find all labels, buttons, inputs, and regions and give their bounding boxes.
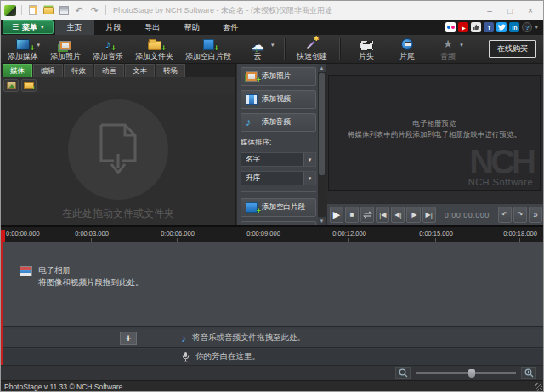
cloud-button[interactable]: ☁↓▾ 云 — [243, 37, 272, 62]
add-music-button[interactable]: ♪+ 添加音乐 — [93, 37, 123, 62]
add-audio-panel-button[interactable]: ♪ 添加音频 — [241, 113, 316, 132]
buy-online-button[interactable]: 在线购买 — [489, 40, 536, 58]
chevron-down-icon: ▾ — [41, 24, 44, 31]
add-photo-panel-button[interactable]: + 添加照片 — [241, 67, 316, 86]
redo-icon: ↷ — [90, 5, 98, 16]
tab-effects[interactable]: 特效 — [64, 64, 94, 77]
play-button[interactable]: ▶ — [330, 207, 343, 223]
expand-preview-button[interactable]: » — [529, 207, 542, 223]
tab-suite[interactable]: 套件 — [212, 20, 251, 35]
ruler-label: 0:00:15.000 — [419, 230, 453, 237]
redo-button[interactable]: ↷ — [88, 4, 100, 16]
minimize-button[interactable]: – — [480, 3, 499, 17]
loop-button[interactable] — [360, 207, 374, 223]
drop-circle — [68, 99, 168, 200]
album-track[interactable]: 电子相册 将图像和视频片段拖到此处。 — [1, 242, 543, 327]
tab-transitions[interactable]: 转场 — [156, 64, 185, 77]
chevron-down-icon[interactable]: ▾ — [535, 24, 538, 31]
magic-wand-icon — [306, 37, 319, 50]
media-drop-zone[interactable]: 在此处拖动文件或文件夹 — [1, 94, 235, 225]
file-drop-icon — [94, 123, 142, 176]
add-folder-button[interactable]: + 添加文件夹 — [135, 37, 173, 62]
narration-track-hint: 你的旁白在这里。 — [196, 351, 260, 362]
add-photo-button[interactable]: 添加照片 — [50, 37, 81, 62]
clip-actions-panel: + 添加照片 添加视频 ♪ 添加音频 媒体排序: 名字 ▾ 升序 — [237, 64, 326, 225]
slider-thumb[interactable] — [468, 369, 475, 378]
like-icon[interactable] — [471, 22, 481, 32]
tab-text[interactable]: 文本 — [125, 64, 155, 77]
tab-export[interactable]: 导出 — [133, 20, 173, 35]
scroll-up-icon[interactable]: ▲ — [318, 64, 326, 72]
redo-button-preview[interactable]: ↷ — [513, 207, 527, 223]
close-button[interactable]: × — [521, 3, 540, 17]
flickr-icon[interactable] — [445, 22, 456, 32]
sort-by-select[interactable]: 名字 ▾ — [241, 152, 316, 167]
zoom-out-button[interactable] — [395, 367, 411, 379]
narration-track[interactable]: 你的旁白在这里。 — [1, 349, 543, 365]
quick-create-button[interactable]: 快速创建 — [297, 37, 327, 62]
tab-media[interactable]: 媒体 — [3, 64, 32, 77]
add-blank-panel-button[interactable]: + 添加空白片段 — [241, 198, 316, 217]
open-project-button[interactable] — [42, 4, 54, 16]
add-media-button[interactable]: +▾ 添加媒体 — [8, 37, 38, 62]
media-mini-toolbar — [1, 77, 235, 94]
playhead-line[interactable] — [1, 242, 3, 365]
maximize-button[interactable]: □ — [501, 3, 519, 17]
add-blank-clip-button[interactable]: + 添加空白片段 — [185, 37, 231, 62]
tab-edit[interactable]: 编辑 — [33, 64, 63, 77]
music-track[interactable]: + ♪ 将音乐或音频文件拖拽至此处。 — [1, 329, 543, 348]
timeline-zoom-bar — [1, 365, 543, 380]
app-logo-icon[interactable] — [4, 5, 16, 16]
scrollbar-thumb[interactable] — [319, 73, 325, 175]
plus-icon: + — [214, 43, 219, 53]
plus-icon: + — [30, 43, 35, 53]
timeline-ruler[interactable]: 0:00:00.000 0:00:03.000 0:00:06.000 0:00… — [1, 225, 543, 242]
facebook-icon[interactable]: f — [484, 22, 494, 32]
folder-plus-icon — [24, 82, 34, 89]
panel-scrollbar[interactable]: ▲ ▼ — [318, 64, 326, 225]
menu-button[interactable]: ☰ 菜单 ▾ — [3, 20, 54, 34]
youtube-icon[interactable]: ▶ — [458, 22, 468, 32]
skip-start-button[interactable]: |◀ — [376, 207, 389, 223]
intro-button[interactable]: 片头 — [352, 37, 381, 62]
step-back-button[interactable]: ◀| — [391, 207, 405, 223]
sort-order-select[interactable]: 升序 ▾ — [241, 171, 316, 185]
add-video-panel-button[interactable]: 添加视频 — [241, 90, 316, 109]
tab-help[interactable]: 帮助 — [173, 20, 212, 35]
step-forward-button[interactable]: |▶ — [406, 207, 420, 223]
add-audio-track-button[interactable]: + — [120, 332, 137, 345]
timeline-zoom-slider[interactable] — [416, 367, 516, 379]
ruler-label: 0:00:12.000 — [332, 230, 366, 237]
linkedin-icon[interactable]: in — [509, 22, 519, 32]
add-image-file-button[interactable] — [3, 79, 19, 92]
tab-home[interactable]: 主页 — [55, 20, 94, 35]
add-video-panel-label: 添加视频 — [262, 94, 291, 105]
help-icon[interactable]: ? — [522, 22, 532, 32]
twitter-icon[interactable] — [496, 22, 507, 32]
add-folder-mini-button[interactable] — [21, 79, 37, 92]
app-window: ↶ ↷ PhotoStage by NCH Software - 未命名 - (… — [0, 0, 544, 392]
menu-button-label: 菜单 — [22, 22, 37, 33]
new-project-button[interactable] — [27, 4, 39, 16]
main-toolbar: +▾ 添加媒体 添加照片 ♪+ 添加音乐 + 添加文件夹 + 添加空白片段 ☁↓… — [1, 35, 543, 64]
undo-button[interactable]: ↶ — [73, 4, 85, 16]
preview-hint: 将媒体列表中的片段添加到电子相册放映中进行预览。 — [329, 129, 540, 140]
scroll-down-icon[interactable]: ▼ — [318, 217, 326, 225]
nch-logo-subtext: NCH Software — [468, 177, 533, 187]
undo-button-preview[interactable]: ↶ — [498, 207, 512, 223]
download-arrow-icon: ↓ — [255, 45, 259, 54]
save-project-button[interactable] — [58, 4, 70, 16]
stop-button[interactable]: ■ — [345, 207, 359, 223]
outro-button[interactable]: 片尾 — [393, 37, 422, 62]
skip-end-button[interactable]: ▶| — [422, 207, 436, 223]
tab-animation[interactable]: 动画 — [94, 64, 124, 77]
chevron-down-icon: ▾ — [303, 172, 315, 185]
undo-icon: ↶ — [75, 5, 82, 16]
new-file-icon — [29, 5, 37, 15]
ruler-label: 0:00:18.000 — [503, 230, 537, 237]
tab-clips[interactable]: 片段 — [94, 20, 133, 35]
audio-button[interactable]: ★▾ 音频 — [434, 37, 462, 62]
divider — [21, 5, 22, 15]
zoom-in-button[interactable] — [521, 367, 536, 379]
resize-grip-icon[interactable] — [535, 383, 542, 391]
